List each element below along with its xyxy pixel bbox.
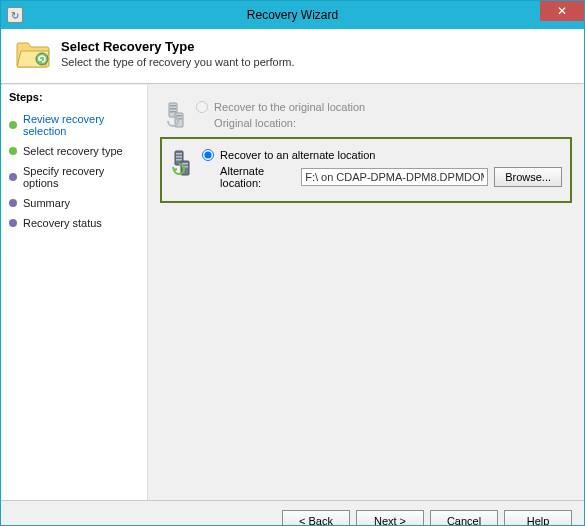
original-location-label: Original location: xyxy=(214,117,296,129)
step-bullet-icon xyxy=(9,121,17,129)
svg-rect-2 xyxy=(170,105,176,107)
svg-rect-4 xyxy=(170,111,176,113)
step-label: Specify recovery options xyxy=(23,165,139,189)
radio-alternate-location[interactable] xyxy=(202,149,214,161)
help-button[interactable]: Help xyxy=(504,510,572,527)
wizard-body: Steps: Review recovery selection Select … xyxy=(1,85,584,500)
steps-list: Review recovery selection Select recover… xyxy=(9,109,139,233)
svg-point-0 xyxy=(36,53,48,65)
server-original-icon xyxy=(164,101,188,129)
svg-rect-13 xyxy=(182,163,188,165)
svg-rect-6 xyxy=(176,115,182,117)
option-original-location: Recover to the original location Origina… xyxy=(160,95,572,135)
svg-rect-10 xyxy=(176,156,182,158)
step-summary[interactable]: Summary xyxy=(9,193,139,213)
wizard-footer: < Back Next > Cancel Help xyxy=(1,500,584,526)
step-bullet-icon xyxy=(9,173,17,181)
option-alternate-highlight: Recover to an alternate location Alterna… xyxy=(160,137,572,203)
close-button[interactable]: ✕ xyxy=(540,1,584,21)
step-review-recovery-selection[interactable]: Review recovery selection xyxy=(9,109,139,141)
step-bullet-icon xyxy=(9,199,17,207)
window-title: Recovery Wizard xyxy=(1,8,584,22)
step-bullet-icon xyxy=(9,219,17,227)
cancel-button[interactable]: Cancel xyxy=(430,510,498,527)
step-label: Recovery status xyxy=(23,217,102,229)
step-specify-recovery-options[interactable]: Specify recovery options xyxy=(9,161,139,193)
step-recovery-status[interactable]: Recovery status xyxy=(9,213,139,233)
step-label: Summary xyxy=(23,197,70,209)
server-alternate-icon xyxy=(170,149,194,177)
recovery-folder-icon xyxy=(15,39,51,69)
option-alternate-location: Recover to an alternate location Alterna… xyxy=(166,143,566,195)
options-panel: Recover to the original location Origina… xyxy=(148,85,584,500)
browse-button[interactable]: Browse... xyxy=(494,167,562,187)
next-button[interactable]: Next > xyxy=(356,510,424,527)
step-label: Review recovery selection xyxy=(23,113,139,137)
svg-rect-3 xyxy=(170,108,176,110)
steps-sidebar: Steps: Review recovery selection Select … xyxy=(1,85,148,500)
steps-heading: Steps: xyxy=(9,91,139,103)
wizard-header: Select Recovery Type Select the type of … xyxy=(1,29,584,83)
step-bullet-icon xyxy=(9,147,17,155)
titlebar: ↻ Recovery Wizard ✕ xyxy=(1,1,584,29)
page-title: Select Recovery Type xyxy=(61,39,295,54)
svg-rect-9 xyxy=(176,153,182,155)
back-button[interactable]: < Back xyxy=(282,510,350,527)
alternate-location-input[interactable] xyxy=(301,168,488,186)
page-subtitle: Select the type of recovery you want to … xyxy=(61,56,295,68)
alternate-location-label: Alternate location: xyxy=(220,165,295,189)
radio-original-location xyxy=(196,101,208,113)
option-alternate-label: Recover to an alternate location xyxy=(220,149,375,161)
svg-rect-11 xyxy=(176,159,182,161)
option-original-label: Recover to the original location xyxy=(214,101,365,113)
step-label: Select recovery type xyxy=(23,145,123,157)
step-select-recovery-type[interactable]: Select recovery type xyxy=(9,141,139,161)
